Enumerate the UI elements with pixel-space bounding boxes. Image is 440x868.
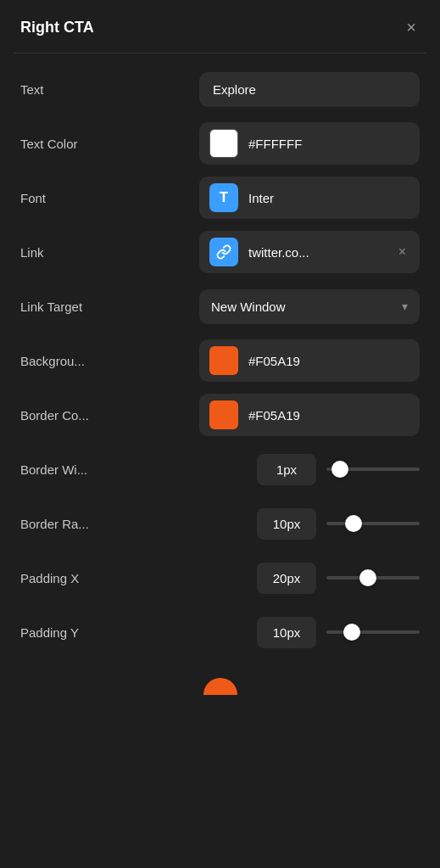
background-label: Backgrou...	[20, 354, 156, 368]
link-field[interactable]: twitter.co... ×	[199, 231, 420, 273]
padding-y-thumb[interactable]	[343, 624, 360, 641]
link-icon	[209, 238, 238, 266]
padding-x-slider[interactable]	[326, 576, 420, 580]
border-radius-slider[interactable]	[326, 522, 420, 525]
padding-x-value: 20px	[257, 563, 316, 594]
properties-list: Text Text Color #FFFFFF Font T Inter	[0, 53, 440, 668]
padding-x-thumb[interactable]	[359, 569, 376, 586]
text-color-row: Text Color #FFFFFF	[20, 121, 420, 165]
link-target-value: New Window	[211, 300, 286, 314]
background-control: #F05A19	[156, 339, 420, 382]
close-button[interactable]: ×	[403, 15, 420, 39]
background-row: Backgrou... #F05A19	[20, 339, 420, 383]
link-target-label: Link Target	[20, 300, 156, 314]
background-color-value: #F05A19	[248, 354, 300, 368]
border-width-row: Border Wi... 1px	[20, 447, 420, 491]
link-control: twitter.co... ×	[156, 231, 420, 273]
border-color-label: Border Co...	[20, 408, 156, 423]
padding-y-slider[interactable]	[326, 630, 420, 634]
background-color-swatch	[209, 346, 238, 375]
border-color-swatch	[209, 400, 238, 429]
panel-header: Right CTA ×	[0, 0, 440, 53]
text-color-control: #FFFFFF	[156, 122, 420, 165]
border-radius-thumb[interactable]	[345, 515, 362, 532]
border-radius-control: 10px	[156, 508, 420, 540]
link-target-control: New Window ▾	[156, 289, 420, 324]
background-color-field[interactable]: #F05A19	[199, 339, 420, 382]
border-color-field[interactable]: #F05A19	[199, 394, 420, 436]
link-target-dropdown[interactable]: New Window ▾	[199, 289, 420, 324]
panel-title: Right CTA	[20, 19, 94, 36]
padding-x-label: Padding X	[20, 571, 156, 585]
text-control	[156, 72, 420, 107]
link-row: Link twitter.co... ×	[20, 230, 420, 274]
chevron-down-icon: ▾	[402, 300, 408, 313]
border-radius-value: 10px	[257, 508, 316, 540]
text-label: Text	[20, 82, 156, 97]
border-width-thumb[interactable]	[331, 461, 348, 478]
border-radius-row: Border Ra... 10px	[20, 501, 420, 546]
bottom-circle-partial	[203, 678, 237, 695]
link-label: Link	[20, 245, 156, 260]
padding-y-label: Padding Y	[20, 625, 156, 640]
border-color-row: Border Co... #F05A19	[20, 393, 420, 437]
font-field[interactable]: T Inter	[199, 176, 420, 219]
link-value: twitter.co...	[248, 245, 385, 260]
bottom-peek	[0, 668, 440, 700]
border-color-control: #F05A19	[156, 394, 420, 436]
padding-y-control: 10px	[156, 617, 420, 648]
padding-y-value: 10px	[257, 617, 316, 648]
border-width-value: 1px	[257, 454, 316, 485]
border-width-slider[interactable]	[326, 468, 420, 471]
border-color-value: #F05A19	[248, 408, 300, 423]
text-input[interactable]	[199, 72, 420, 107]
text-color-value: #FFFFFF	[248, 137, 302, 151]
border-width-control: 1px	[156, 454, 420, 485]
font-row: Font T Inter	[20, 176, 420, 220]
right-cta-panel: Right CTA × Text Text Color #FFFFFF Font	[0, 0, 440, 700]
font-icon: T	[209, 183, 238, 212]
border-width-label: Border Wi...	[20, 462, 156, 477]
padding-x-control: 20px	[156, 563, 420, 594]
padding-x-row: Padding X 20px	[20, 556, 420, 600]
padding-y-row: Padding Y 10px	[20, 610, 420, 654]
link-target-row: Link Target New Window ▾	[20, 284, 420, 328]
text-color-label: Text Color	[20, 137, 156, 151]
border-radius-label: Border Ra...	[20, 517, 156, 531]
text-color-field[interactable]: #FFFFFF	[199, 122, 420, 165]
text-row: Text	[20, 67, 420, 111]
font-control: T Inter	[156, 176, 420, 219]
font-name-value: Inter	[248, 191, 274, 205]
text-color-swatch	[209, 129, 238, 158]
font-label: Font	[20, 191, 156, 205]
link-clear-button[interactable]: ×	[395, 243, 409, 261]
